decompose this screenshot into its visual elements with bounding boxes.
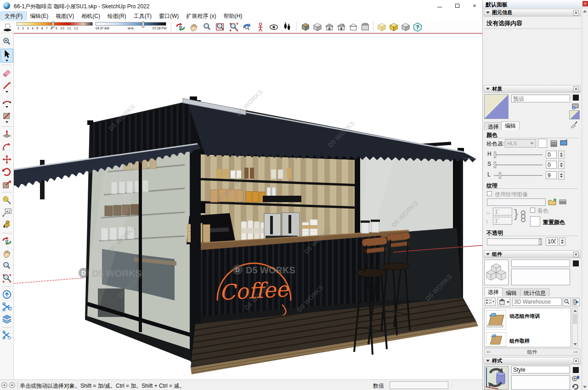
scroll-down-icon[interactable] <box>573 343 577 345</box>
lightness-value[interactable] <box>546 171 557 179</box>
minimize-button[interactable] <box>433 1 447 10</box>
current-color-swatch[interactable] <box>538 139 547 148</box>
home-navigation-button[interactable] <box>498 297 510 306</box>
materials-tab-edit[interactable]: 编辑 <box>501 121 520 130</box>
material-name-field[interactable] <box>511 95 570 102</box>
material-preview[interactable] <box>484 94 509 119</box>
components-close[interactable]: × <box>573 252 579 257</box>
component-item-label[interactable]: 组件取样 <box>509 338 530 345</box>
view-left-button[interactable] <box>359 21 371 33</box>
previous-view-button[interactable] <box>241 21 253 33</box>
arc-tool-button[interactable] <box>1 96 13 108</box>
plugin-cut2-button[interactable] <box>1 330 13 340</box>
followme-tool-button[interactable] <box>1 142 13 152</box>
saturation-value[interactable] <box>546 161 557 169</box>
reset-color-swatch[interactable] <box>530 216 540 226</box>
component-name-field[interactable] <box>511 260 570 267</box>
style-name-field[interactable] <box>511 366 570 373</box>
position-camera-button[interactable] <box>254 21 266 33</box>
orbit-button[interactable] <box>175 21 187 33</box>
menu-help[interactable]: 帮助(H) <box>220 12 246 21</box>
measurements-input[interactable] <box>390 381 448 389</box>
components-tab-select[interactable]: 选择 <box>484 288 503 296</box>
scroll-thumb[interactable] <box>573 314 577 324</box>
menu-view[interactable]: 视图(V) <box>52 12 78 21</box>
create-material-icon[interactable] <box>571 102 580 109</box>
geolocation-icon[interactable] <box>1 382 7 388</box>
line-tool-button[interactable] <box>1 80 13 93</box>
menu-camera[interactable]: 相机(C) <box>78 12 104 21</box>
material-swatch-small[interactable] <box>569 110 580 119</box>
tape-measure-tool-button[interactable] <box>1 195 13 205</box>
lightness-handle[interactable] <box>499 172 501 179</box>
menu-extensions[interactable]: 扩展程序 (x) <box>182 12 220 21</box>
menu-tools[interactable]: 工具(T) <box>130 12 155 21</box>
style-xray-button[interactable] <box>376 21 388 33</box>
move-tool-button[interactable] <box>1 154 13 164</box>
view-top-button[interactable] <box>311 21 323 33</box>
close-button[interactable]: × <box>468 1 481 10</box>
walk-button[interactable] <box>281 21 293 33</box>
opacity-handle[interactable] <box>539 239 541 245</box>
plugin-layers-button[interactable] <box>1 314 13 324</box>
entity-info-header[interactable]: 图元信息 × <box>484 9 581 17</box>
component-thumbnail[interactable] <box>486 332 506 347</box>
scroll-down-icon[interactable] <box>583 386 587 388</box>
match-screen-color-icon[interactable] <box>560 139 568 147</box>
rotate-tool-button[interactable] <box>1 167 13 177</box>
component-item-label[interactable]: 动态组件培训 <box>509 313 540 320</box>
zoom-extents-tool-button[interactable] <box>1 273 13 283</box>
zoom-tool-button[interactable] <box>1 37 13 47</box>
zoom-button[interactable] <box>201 21 213 33</box>
text-tool-button[interactable]: A1 <box>1 208 13 218</box>
date-slider-track[interactable] <box>17 22 93 26</box>
update-style-icon[interactable] <box>572 384 579 390</box>
style-description[interactable] <box>511 375 570 390</box>
pan-tool-button[interactable] <box>1 249 13 259</box>
zoom-window-button[interactable] <box>215 21 226 33</box>
scale-tool-button[interactable] <box>1 179 13 189</box>
line-tool-caret[interactable] <box>6 91 8 93</box>
use-texture-checkbox[interactable] <box>487 191 492 196</box>
pushpull-tool-button[interactable] <box>1 130 13 140</box>
entity-info-close[interactable]: × <box>573 10 579 16</box>
lightness-spinner[interactable] <box>558 171 565 180</box>
components-tab-edit[interactable]: 编辑 <box>502 288 520 296</box>
hue-spinner[interactable] <box>558 151 565 159</box>
opacity-value[interactable] <box>546 237 558 246</box>
resize-grip[interactable]: ⋰ <box>450 384 455 388</box>
search-button[interactable] <box>563 298 571 306</box>
menu-window[interactable]: 窗口(W) <box>155 12 182 21</box>
picker-dropdown[interactable]: HLS <box>505 139 536 147</box>
shadow-date-slider[interactable]: 1 2 3 4 5 6 7 8 9 10 11 12 <box>17 22 93 32</box>
open-3dwarehouse-button[interactable] <box>572 298 580 306</box>
saturation-handle[interactable] <box>494 162 496 168</box>
texture-file-field[interactable] <box>487 198 546 206</box>
toggle-shadows-button[interactable] <box>2 21 14 33</box>
pan-button[interactable] <box>188 21 200 33</box>
model-viewport[interactable]: Coffee <box>14 33 482 379</box>
style-monochrome-button[interactable] <box>400 21 412 33</box>
materials-header[interactable]: 材质 × <box>484 85 581 93</box>
lock-aspect-chain-icon[interactable] <box>520 209 526 223</box>
component-thumbnail[interactable] <box>486 310 506 329</box>
hue-slider[interactable] <box>494 154 543 155</box>
orbit-tool-button[interactable] <box>1 236 13 246</box>
hue-value[interactable] <box>546 151 557 158</box>
plugin-cut-button[interactable] <box>1 302 13 312</box>
view-iso-button[interactable] <box>300 21 311 33</box>
select-tool-button[interactable] <box>1 49 13 62</box>
texture-height-field[interactable] <box>493 217 512 225</box>
warehouse-search-input[interactable] <box>512 298 562 306</box>
time-slider-track[interactable] <box>96 22 166 26</box>
shadow-time-slider[interactable]: 04:37 AM 中午 07:28 PM <box>96 22 166 32</box>
materials-close[interactable]: × <box>573 86 579 92</box>
styles-header[interactable]: 样式 × <box>484 357 581 365</box>
components-header[interactable]: 组件 × <box>484 250 581 258</box>
secondary-pane-toggle-icon[interactable] <box>573 367 579 373</box>
scroll-up-icon[interactable] <box>583 10 587 12</box>
arc-tool-caret[interactable] <box>6 106 8 108</box>
saturation-slider[interactable] <box>494 164 543 165</box>
edit-texture-icon[interactable] <box>559 198 567 206</box>
colorize-checkbox[interactable] <box>530 208 535 213</box>
